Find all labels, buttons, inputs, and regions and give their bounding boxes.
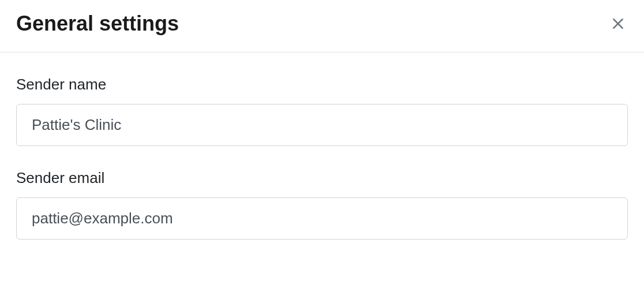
- page-title: General settings: [16, 12, 179, 36]
- sender-email-group: Sender email: [16, 169, 628, 240]
- sender-email-input[interactable]: [16, 197, 628, 240]
- settings-header: General settings: [0, 0, 644, 53]
- sender-name-label: Sender name: [16, 76, 628, 94]
- settings-form: Sender name Sender email: [0, 53, 644, 240]
- close-button[interactable]: [608, 14, 628, 33]
- sender-name-input[interactable]: [16, 104, 628, 146]
- close-icon: [611, 16, 626, 31]
- sender-email-label: Sender email: [16, 169, 628, 187]
- sender-name-group: Sender name: [16, 76, 628, 146]
